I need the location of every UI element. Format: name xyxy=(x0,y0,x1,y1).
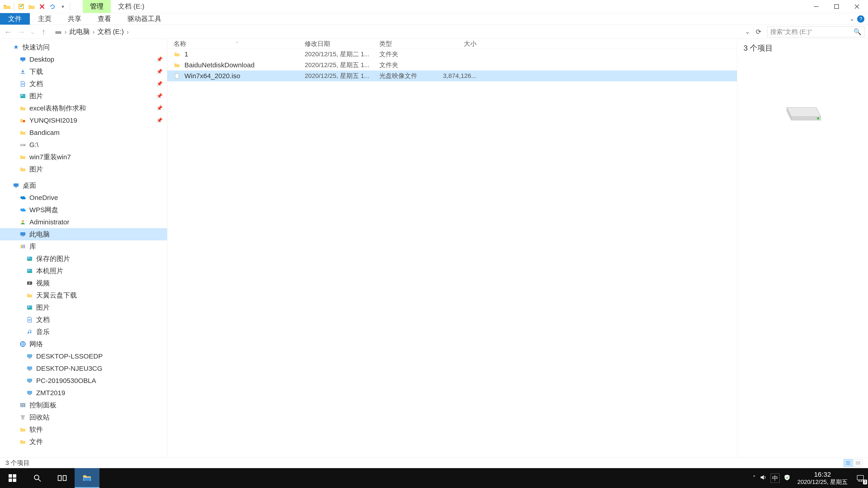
qat-dropdown-icon[interactable]: ▾ xyxy=(59,2,67,11)
new-folder-icon[interactable] xyxy=(27,2,36,11)
tree-network-item[interactable]: PC-20190530OBLA xyxy=(0,375,167,387)
taskbar-explorer[interactable] xyxy=(74,468,99,488)
tray-overflow-icon[interactable]: ˄ xyxy=(753,475,756,482)
tab-home[interactable]: 主页 xyxy=(30,13,60,25)
file-row[interactable]: Win7x64_2020.iso2020/12/25, 星期五 1...光盘映像… xyxy=(167,70,737,81)
tree-desktop-item[interactable]: OneDrive xyxy=(0,192,167,204)
column-size[interactable]: 大小 xyxy=(440,39,476,48)
tree-label: Administrator xyxy=(29,218,69,226)
recycle-icon xyxy=(20,414,26,421)
tree-desktop-item[interactable]: 此电脑 xyxy=(0,228,167,240)
tree-label: 控制面板 xyxy=(29,400,57,410)
breadcrumb[interactable]: › 此电脑 › 文档 (E:) › xyxy=(52,27,739,36)
tab-drive-tools[interactable]: 驱动器工具 xyxy=(119,13,169,25)
tree-network-item[interactable]: ZMT2019 xyxy=(0,387,167,399)
tree-desktop-root[interactable]: 桌面 xyxy=(0,180,167,192)
column-type[interactable]: 类型 xyxy=(379,39,440,48)
volume-icon[interactable] xyxy=(760,474,767,482)
task-view-button[interactable] xyxy=(50,468,74,488)
tree-desktop-item[interactable]: WPS网盘 xyxy=(0,204,167,216)
file-row[interactable]: 12020/12/15, 星期二 1...文件夹 xyxy=(167,49,737,60)
tree-library-item[interactable]: 保存的图片 xyxy=(0,253,167,265)
svg-rect-45 xyxy=(8,474,12,478)
delete-icon[interactable] xyxy=(38,2,46,11)
tree-extra-item[interactable]: 控制面板 xyxy=(0,399,167,411)
tree-quick-item[interactable]: Desktop📌 xyxy=(0,53,167,66)
minimize-button[interactable] xyxy=(811,1,822,12)
view-details-button[interactable] xyxy=(844,459,852,467)
tab-share[interactable]: 共享 xyxy=(60,13,90,25)
tree-library-item[interactable]: 图片 xyxy=(0,301,167,314)
history-dropdown-icon[interactable]: ⌄ xyxy=(30,28,35,35)
tree-quick-item[interactable]: 图片📌 xyxy=(0,90,167,102)
chevron-right-icon[interactable]: › xyxy=(92,28,95,36)
tree-library-item[interactable]: 天翼云盘下载 xyxy=(0,289,167,301)
chevron-right-icon[interactable]: › xyxy=(64,28,67,36)
tree-extra-item[interactable]: 软件 xyxy=(0,423,167,435)
tree-quick-item[interactable]: G:\ xyxy=(0,139,167,151)
action-center-icon[interactable]: 3 xyxy=(855,472,866,484)
forward-button[interactable]: → xyxy=(17,27,26,36)
tree-quick-item[interactable]: YUNQISHI2019📌 xyxy=(0,114,167,127)
svg-rect-46 xyxy=(13,474,16,478)
ribbon-expand-icon[interactable]: ⌄ xyxy=(849,15,855,22)
tree-quick-item[interactable]: 文档📌 xyxy=(0,78,167,90)
tree-quick-item[interactable]: excel表格制作求和📌 xyxy=(0,102,167,114)
system-tray[interactable]: ˄ 中 16:32 2020/12/25, 星期五 3 xyxy=(753,470,868,486)
nav-tree[interactable]: 快速访问 Desktop📌下载📌文档📌图片📌excel表格制作求和📌YUNQIS… xyxy=(0,39,167,457)
close-button[interactable] xyxy=(851,1,863,12)
svg-rect-30 xyxy=(29,370,31,370)
tree-quick-item[interactable]: win7重装win7 xyxy=(0,151,167,163)
app-icon[interactable] xyxy=(3,2,11,11)
breadcrumb-this-pc[interactable]: 此电脑 xyxy=(69,27,90,36)
view-large-icons-button[interactable] xyxy=(854,459,863,467)
back-button[interactable]: ← xyxy=(4,27,13,36)
ime-indicator[interactable]: 中 xyxy=(771,474,780,483)
tree-label: ZMT2019 xyxy=(36,389,65,397)
taskbar-clock[interactable]: 16:32 2020/12/25, 星期五 xyxy=(795,470,850,486)
tree-library-item[interactable]: 本机照片 xyxy=(0,265,167,277)
file-list[interactable]: 名称˄ 修改日期 类型 大小 12020/12/15, 星期二 1...文件夹B… xyxy=(167,39,737,457)
help-icon[interactable]: ? xyxy=(857,15,864,23)
folder-icon xyxy=(20,438,26,445)
address-history-icon[interactable]: ⌄ xyxy=(743,28,752,35)
svg-point-8 xyxy=(23,120,25,122)
taskbar[interactable]: ˄ 中 16:32 2020/12/25, 星期五 3 xyxy=(0,468,868,488)
column-name[interactable]: 名称˄ xyxy=(174,39,305,48)
tree-network-item[interactable]: DESKTOP-LSSOEDP xyxy=(0,350,167,362)
tree-desktop-item[interactable]: 库 xyxy=(0,240,167,253)
tree-label: win7重装win7 xyxy=(29,153,71,162)
tree-desktop-item[interactable]: Administrator xyxy=(0,216,167,228)
search-input[interactable]: 搜索"文档 (E:)" 🔍 xyxy=(767,26,864,37)
tree-library-item[interactable]: 音乐 xyxy=(0,326,167,338)
column-date[interactable]: 修改日期 xyxy=(305,39,379,48)
tree-quick-access[interactable]: 快速访问 xyxy=(0,41,167,53)
tree-extra-item[interactable]: 回收站 xyxy=(0,411,167,423)
svg-point-13 xyxy=(22,220,24,222)
tab-file[interactable]: 文件 xyxy=(0,13,30,25)
security-icon[interactable] xyxy=(784,474,790,482)
tree-library-item[interactable]: 文档 xyxy=(0,314,167,326)
start-button[interactable] xyxy=(0,468,25,488)
desktop-icon xyxy=(20,56,26,63)
tree-quick-item[interactable]: 下载📌 xyxy=(0,66,167,78)
search-icon[interactable]: 🔍 xyxy=(854,28,862,35)
search-button[interactable] xyxy=(25,468,50,488)
file-row[interactable]: BaiduNetdiskDownload2020/12/25, 星期五 1...… xyxy=(167,60,737,70)
column-headers[interactable]: 名称˄ 修改日期 类型 大小 xyxy=(167,39,737,49)
tree-quick-item[interactable]: Bandicam xyxy=(0,127,167,139)
tree-quick-item[interactable]: 图片 xyxy=(0,163,167,175)
tree-network[interactable]: 网络 xyxy=(0,338,167,350)
tree-library-item[interactable]: 视频 xyxy=(0,277,167,289)
tree-extra-item[interactable]: 文件 xyxy=(0,435,167,448)
tree-network-item[interactable]: DESKTOP-NJEU3CG xyxy=(0,362,167,375)
refresh-button[interactable]: ⟳ xyxy=(754,28,763,36)
up-button[interactable]: ↑ xyxy=(39,27,48,36)
properties-icon[interactable] xyxy=(17,2,26,11)
undo-icon[interactable] xyxy=(48,2,57,11)
tab-view[interactable]: 查看 xyxy=(90,13,119,25)
svg-rect-47 xyxy=(8,479,12,482)
maximize-button[interactable] xyxy=(831,1,842,12)
chevron-right-icon[interactable]: › xyxy=(127,28,129,36)
breadcrumb-drive[interactable]: 文档 (E:) xyxy=(97,27,124,36)
